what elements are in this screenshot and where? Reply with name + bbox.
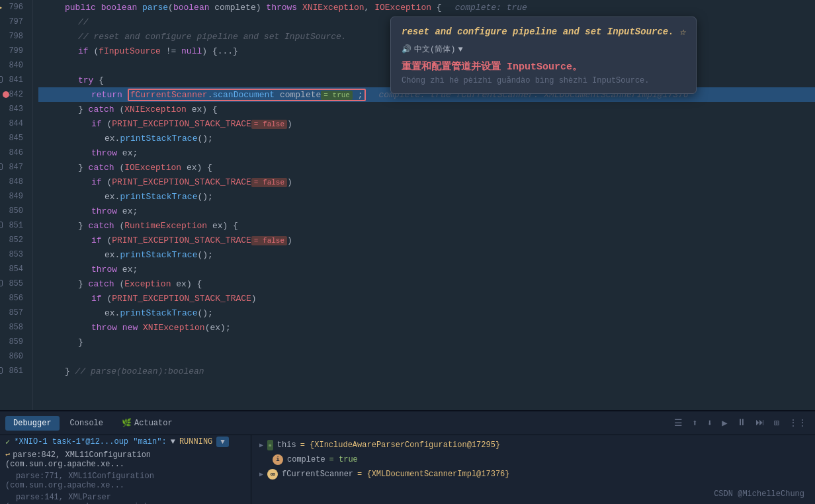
line-number-843: 843: [5, 102, 27, 116]
code-content-847: } catch (IOException ex) {: [38, 163, 212, 173]
tab-icon-up[interactable]: ⬆: [689, 416, 700, 430]
code-content-850: throw ex;: [38, 206, 138, 216]
speaker-icon: 🔊: [402, 44, 411, 54]
bottom-tabs: Debugger Console 🌿Actuator ☰ ⬆ ⬇ ▶ ⏸ ⏭ ⊞…: [0, 411, 815, 435]
line-number-849: 849: [5, 189, 27, 204]
code-content-856: if (PRINT_EXCEPTION_STACK_TRACE): [38, 294, 257, 304]
tab-icon-down[interactable]: ⬇: [705, 416, 715, 430]
line-number-842: 842: [5, 87, 27, 102]
line-number-859: 859: [5, 335, 27, 349]
current-frame-arrow: ↩: [5, 450, 10, 460]
code-line-852: if (PRINT_EXCEPTION_STACK_TRACE= false): [38, 233, 815, 247]
code-content-798: // reset and configure pipeline and set …: [38, 32, 347, 42]
code-content-855: } catch (Exception ex) {: [38, 279, 202, 289]
fold-icon-847[interactable]: –: [0, 163, 3, 170]
thread-check: ✓: [5, 437, 10, 447]
tooltip-title: reset and configure pipeline and set Inp…: [402, 25, 685, 38]
tab-icons: ☰ ⬆ ⬇ ▶ ⏸ ⏭ ⊞ ⋮⋮: [671, 416, 810, 430]
tab-debugger[interactable]: Debugger: [5, 416, 60, 431]
code-line-855: } catch (Exception ex) {: [38, 276, 815, 291]
line-number-858: 858: [5, 320, 27, 335]
line-number-846: 846: [5, 146, 27, 160]
tooltip-lang-dropdown[interactable]: ▼: [458, 45, 462, 54]
var-icon-0: ≡: [267, 440, 273, 450]
tooltip-lang: 🔊 中文(简体) ▼: [402, 44, 685, 55]
code-line-796: public boolean parse(boolean complete) t…: [38, 0, 815, 15]
arrow-796: ▶: [0, 3, 2, 13]
code-content-853: ex.printStackTrace();: [38, 250, 213, 260]
line-number-799: 799: [5, 44, 27, 58]
var-name-2: fCurrentScanner: [282, 470, 353, 479]
star-icon[interactable]: ☆: [679, 25, 686, 38]
tooltip-lang-text: 中文(简体): [414, 44, 455, 55]
var-name-0: this: [277, 441, 296, 450]
line-number-855: –855: [5, 276, 27, 291]
stack-frame-1[interactable]: parse:771, XML11Configuration (com.sun.o…: [0, 470, 251, 491]
var-row-2: ▶ oo fCurrentScanner = {XMLDocumentScann…: [257, 467, 810, 482]
tab-icon-resume[interactable]: ▶: [719, 416, 730, 430]
code-line-850: throw ex;: [38, 204, 815, 218]
code-content-849: ex.printStackTrace();: [38, 192, 213, 202]
csdn-watermark: CSDN @MichelleChung: [714, 489, 804, 499]
thread-item: ✓ *XNIO-1 task-1*@12...oup "main": ▼ RUN…: [0, 435, 251, 448]
tab-console[interactable]: Console: [62, 416, 111, 431]
code-line-849: ex.printStackTrace();: [38, 189, 815, 204]
code-line-854: throw ex;: [38, 262, 815, 276]
code-content-861: } // parse(boolean):boolean: [38, 366, 204, 376]
code-content-846: throw ex;: [38, 148, 138, 158]
line-number-853: 853: [5, 247, 27, 262]
tooltip-chinese: 重置和配置管道并设置 InputSource。: [402, 60, 685, 73]
code-content-845: ex.printStackTrace();: [38, 134, 213, 144]
var-icon-1: i: [273, 454, 283, 465]
fold-icon-841[interactable]: –: [0, 76, 3, 83]
code-content-852: if (PRINT_EXCEPTION_STACK_TRACE= false): [38, 235, 292, 245]
code-content-797: //: [38, 17, 89, 27]
var-name-1: complete: [287, 455, 325, 464]
tab-actuator[interactable]: 🌿Actuator: [114, 415, 181, 431]
code-content-854: throw ex;: [38, 265, 138, 274]
code-content-799: if (fInputSource != null) {...}: [38, 46, 238, 56]
code-content-843: } catch (XNIException ex) {: [38, 105, 218, 114]
line-number-850: 850: [5, 204, 27, 218]
tooltip-pinyin: Chóng zhì hé pèizhì guǎndào bìng shèzhì …: [402, 75, 685, 85]
breakpoint-842[interactable]: [3, 91, 9, 98]
line-number-852: 852: [5, 233, 27, 247]
tab-icon-step[interactable]: ⏭: [753, 416, 767, 430]
line-number-856: 856: [5, 291, 27, 306]
code-line-860: [38, 349, 815, 364]
line-number-841: –841: [5, 73, 27, 87]
editor-area: ▶796797798799840–841842843844845846–8478…: [0, 0, 815, 410]
line-number-844: 844: [5, 116, 27, 131]
line-number-796: ▶796: [5, 0, 27, 15]
var-value-2: = {XMLDocumentScannerImpl@17376}: [357, 470, 509, 479]
code-line-844: if (PRINT_EXCEPTION_STACK_TRACE= false): [38, 116, 815, 131]
var-expand-2[interactable]: ▶: [259, 470, 263, 478]
thread-name: *XNIO-1 task-1*@12...oup "main":: [14, 437, 166, 446]
code-line-848: if (PRINT_EXCEPTION_STACK_TRACE= false): [38, 175, 815, 189]
var-value-0: = {XIncludeAwareParserConfiguration@1729…: [300, 441, 500, 450]
code-content-858: throw new XNIException(ex);: [38, 323, 231, 333]
var-expand-0[interactable]: ▶: [259, 441, 263, 449]
code-line-847: } catch (IOException ex) {: [38, 160, 815, 175]
var-icon-2: oo: [267, 469, 278, 480]
bottom-content: ✓ *XNIO-1 task-1*@12...oup "main": ▼ RUN…: [0, 435, 815, 504]
line-number-797: 797: [5, 15, 27, 29]
code-line-858: throw new XNIException(ex);: [38, 320, 815, 335]
tab-icon-list[interactable]: ☰: [671, 416, 685, 430]
code-content-796: public boolean parse(boolean complete) t…: [38, 3, 442, 13]
tab-icon-pause[interactable]: ⏸: [734, 416, 749, 430]
fold-icon-855[interactable]: –: [0, 280, 3, 286]
code-content-841: try {: [38, 75, 104, 85]
stack-frame-0[interactable]: ↩parse:842, XML11Configuration (com.sun.…: [0, 448, 251, 470]
line-number-847: –847: [5, 160, 27, 175]
thread-arrow: ▼: [171, 437, 175, 446]
thread-status: RUNNING: [179, 437, 212, 446]
thread-filter-btn[interactable]: ▼: [216, 437, 229, 447]
fold-icon-861[interactable]: –: [0, 367, 3, 374]
tab-icon-more[interactable]: ⋮⋮: [786, 416, 810, 430]
code-content-859: }: [38, 337, 83, 347]
fold-icon-851[interactable]: –: [0, 222, 3, 228]
stack-frame-2[interactable]: parse:141, XMLParser (com.sun.org.apache…: [0, 491, 251, 504]
tab-icon-grid[interactable]: ⊞: [771, 416, 782, 430]
tooltip-popup: reset and configure pipeline and set Inp…: [390, 17, 697, 94]
